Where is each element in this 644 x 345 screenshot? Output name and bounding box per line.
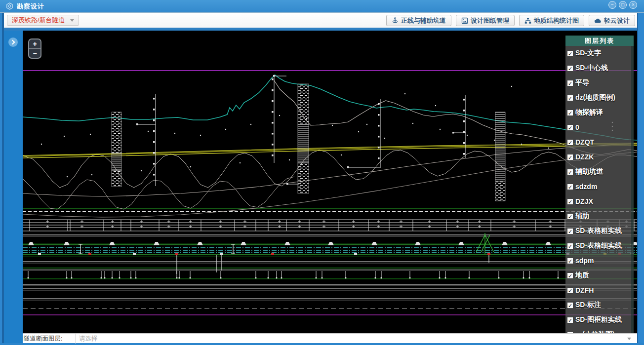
cad-canvas: + − 图层列表 ✓ SD-文字 ✓ SD-中心线 ✓ 平导 ✓ dz(地质图例… (23, 31, 637, 333)
layer-label: dz(地质图例) (575, 93, 615, 102)
chevron-right-icon (10, 39, 15, 44)
layer-label: SD-表格细实线 (575, 241, 622, 250)
mainline-aux-tunnel-button[interactable]: 正线与辅助坑道 (386, 15, 451, 26)
zoom-control: + − (28, 38, 41, 59)
layer-label: 平导 (575, 78, 589, 87)
maximize-button[interactable]: □ (619, 1, 627, 9)
zoom-in-button[interactable]: + (29, 39, 40, 48)
toolbar-buttons: 正线与辅助坑道 设计图纸管理 地质结构统计图 (386, 15, 635, 26)
layer-checkbox[interactable]: ✓ (567, 80, 573, 86)
layer-item[interactable]: ✓ 平导 (565, 76, 634, 90)
minimize-button[interactable]: − (608, 1, 616, 9)
layer-checkbox[interactable]: ✓ (567, 169, 573, 175)
layer-label: DZFH (575, 286, 594, 294)
tunnel-section-layer-select[interactable]: 请选择 (75, 334, 637, 344)
layer-label: 、(小拉装图) (575, 330, 614, 333)
geology-structure-chart-button[interactable]: 地质结构统计图 (519, 15, 584, 26)
layer-label: DZQT (575, 138, 594, 146)
cloud-icon (594, 17, 602, 24)
layer-item[interactable]: ✓ 地质 (565, 268, 634, 283)
layer-item[interactable]: ✓ DZFH (565, 283, 634, 298)
layer-item[interactable]: ✓ 辅助坑道 (565, 164, 634, 179)
layer-item[interactable]: ✓ SD-中心线 (565, 61, 634, 76)
layer-item[interactable]: ✓ DZZK (565, 150, 634, 164)
layer-checkbox[interactable]: ✓ (567, 258, 573, 264)
layer-item[interactable]: ✓ 物探解译 (565, 105, 634, 120)
layer-label: 辅助坑道 (575, 167, 603, 176)
layer-checkbox[interactable]: ✓ (567, 243, 573, 249)
tunnel-section-layer-label: 隧道断面图层: (24, 335, 62, 343)
select-placeholder: 请选择 (79, 335, 98, 343)
layer-label: SD-图框粗实线 (575, 315, 622, 324)
layer-checkbox[interactable]: ✓ (567, 110, 573, 116)
button-label: 轻云设计 (604, 16, 630, 25)
layer-label: DZZK (575, 153, 594, 161)
layer-item[interactable]: ✓ SD-标注 (565, 298, 634, 312)
layer-checkbox[interactable]: ✓ (567, 213, 573, 220)
layer-label: 地质 (575, 271, 589, 280)
layer-item[interactable]: ✓ SD-表格细实线 (565, 238, 634, 253)
layer-checkbox[interactable]: ✓ (567, 124, 573, 131)
layer-checkbox[interactable]: ✓ (567, 65, 573, 72)
layer-checkbox[interactable]: ✓ (567, 302, 573, 308)
layer-panel: 图层列表 ✓ SD-文字 ✓ SD-中心线 ✓ 平导 ✓ dz(地质图例) ✓ … (565, 36, 634, 333)
layer-checkbox[interactable]: ✓ (567, 184, 573, 190)
layer-item[interactable]: ✓ sdpm (565, 253, 634, 268)
layer-checkbox[interactable]: ✓ (567, 95, 573, 101)
layer-item[interactable]: ✓ SD-表格粗实线 (565, 224, 634, 238)
chevron-down-icon (70, 19, 74, 22)
layer-item[interactable]: ✓ 、(小拉装图) (565, 327, 634, 333)
layer-checkbox[interactable]: ✓ (567, 228, 573, 234)
window-controls: − □ × (608, 1, 637, 9)
collapsed-sidebar-strip (4, 31, 23, 343)
layer-item[interactable]: ✓ dz(地质图例) (565, 90, 634, 105)
layer-panel-title: 图层列表 (565, 36, 634, 46)
window-frame-left (0, 13, 4, 345)
layer-list: ✓ SD-文字 ✓ SD-中心线 ✓ 平导 ✓ dz(地质图例) ✓ 物探解译 … (565, 46, 634, 333)
structure-chart-icon (524, 17, 531, 24)
layer-item[interactable]: ✓ 0 (565, 120, 634, 135)
layer-label: DZJX (575, 197, 593, 205)
app-logo-icon (6, 2, 13, 10)
layer-checkbox[interactable]: ✓ (567, 317, 573, 323)
close-button[interactable]: × (629, 1, 637, 9)
layer-label: SD-文字 (575, 49, 601, 58)
expand-panel-button[interactable] (8, 38, 18, 47)
light-cloud-design-button[interactable]: 轻云设计 (589, 15, 635, 26)
layer-checkbox[interactable]: ✓ (567, 287, 573, 294)
button-label: 正线与辅助坑道 (401, 16, 446, 25)
button-label: 设计图纸管理 (471, 16, 509, 25)
layer-item[interactable]: ✓ DZQT (565, 135, 634, 150)
app-window: 勘察设计 − □ × 深茂铁路/新台隧道 正线与辅助坑道 (0, 0, 644, 345)
layer-item[interactable]: ✓ sdzdm (565, 179, 634, 194)
layer-item[interactable]: ✓ 辅助 (565, 209, 634, 224)
layer-item[interactable]: ✓ SD-图框粗实线 (565, 312, 634, 327)
layer-label: sdzdm (575, 183, 597, 191)
layer-checkbox[interactable]: ✓ (567, 332, 573, 334)
chevron-down-icon (627, 338, 631, 340)
anchor-icon (392, 17, 399, 24)
layer-label: 物探解译 (575, 108, 603, 117)
layer-label: 0 (575, 123, 579, 131)
layer-panel-scrollbar[interactable] (631, 46, 634, 333)
layer-label: SD-中心线 (575, 64, 608, 73)
project-selector-value: 深茂铁路/新台隧道 (12, 16, 65, 25)
cad-drawing[interactable] (23, 31, 637, 333)
layer-item[interactable]: ✓ DZJX (565, 194, 634, 209)
layer-label: SD-标注 (575, 301, 601, 309)
layer-checkbox[interactable]: ✓ (567, 154, 573, 160)
layer-checkbox[interactable]: ✓ (567, 272, 573, 279)
project-selector[interactable]: 深茂铁路/新台隧道 (7, 15, 79, 26)
layer-label: 辅助 (575, 212, 589, 221)
layer-item[interactable]: ✓ SD-文字 (565, 46, 634, 61)
layer-checkbox[interactable]: ✓ (567, 139, 573, 146)
design-drawing-management-button[interactable]: 设计图纸管理 (456, 15, 515, 26)
button-label: 地质结构统计图 (534, 16, 579, 25)
zoom-out-button[interactable]: − (29, 48, 40, 57)
bottom-bar: 隧道断面图层: 请选择 (23, 333, 637, 343)
layer-checkbox[interactable]: ✓ (567, 198, 573, 205)
app-title: 勘察设计 (17, 2, 44, 11)
layer-checkbox[interactable]: ✓ (567, 50, 573, 57)
layer-label: SD-表格粗实线 (575, 227, 622, 235)
titlebar: 勘察设计 − □ × (0, 0, 644, 13)
